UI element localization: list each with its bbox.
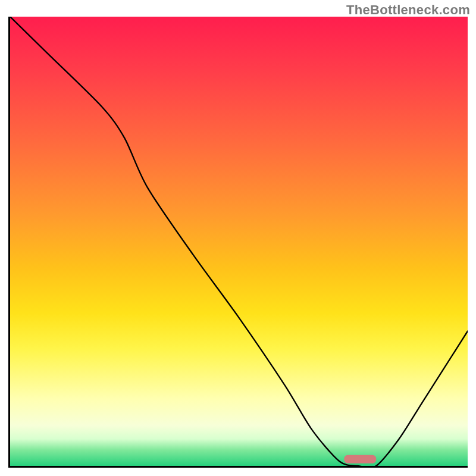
chart-container: TheBottleneck.com <box>0 0 476 476</box>
plot-area <box>8 17 468 468</box>
watermark-text: TheBottleneck.com <box>346 2 470 18</box>
bottleneck-curve <box>10 17 468 466</box>
chart-svg <box>10 17 468 466</box>
optimum-marker <box>344 455 376 464</box>
svg-rect-0 <box>344 455 376 464</box>
